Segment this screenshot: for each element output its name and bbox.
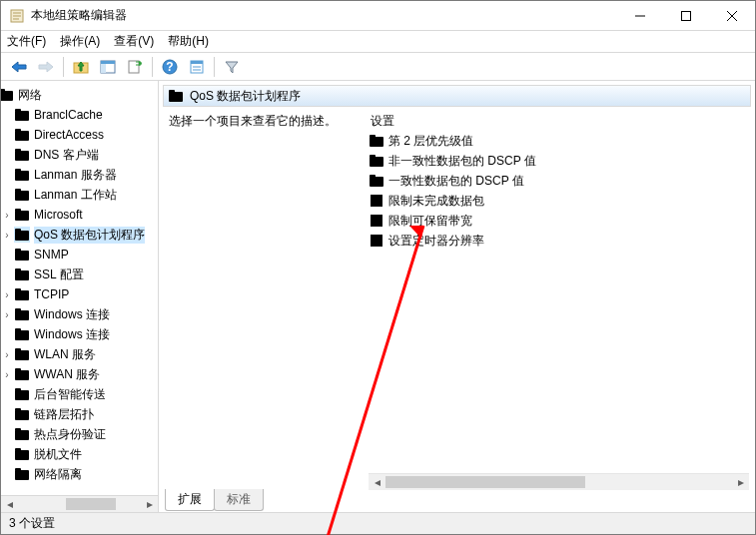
expand-icon[interactable] — [1, 407, 14, 421]
toolbar-separator — [152, 57, 153, 77]
scroll-right-button[interactable]: ▸ — [732, 474, 749, 491]
expand-icon[interactable] — [1, 108, 14, 122]
folder-icon — [14, 406, 30, 422]
scroll-right-button[interactable]: ▸ — [141, 496, 158, 513]
folder-icon — [14, 147, 30, 163]
tree-item[interactable]: ›WLAN 服务 — [1, 344, 158, 364]
content-header-text: QoS 数据包计划程序 — [190, 88, 301, 105]
toolbar-separator — [214, 57, 215, 77]
tree-item[interactable]: BranclCache — [1, 105, 158, 125]
tree-item[interactable]: 网络隔离 — [1, 464, 158, 484]
tree-item-network[interactable]: ⌄网络 — [1, 85, 158, 105]
expand-icon[interactable]: › — [1, 367, 14, 381]
folder-icon — [14, 306, 30, 322]
expand-icon[interactable]: › — [1, 228, 14, 242]
tree-item[interactable]: ›TCPIP — [1, 284, 158, 304]
folder-icon — [14, 187, 30, 203]
menu-action[interactable]: 操作(A) — [60, 33, 100, 50]
svg-rect-17 — [101, 64, 106, 73]
help-button[interactable]: ? — [158, 56, 182, 78]
expand-icon[interactable] — [1, 188, 14, 202]
expand-icon[interactable]: › — [1, 307, 14, 321]
tree-label: 网络隔离 — [34, 466, 82, 483]
tree-label: WWAN 服务 — [34, 366, 100, 383]
expand-icon[interactable] — [1, 168, 14, 182]
minimize-button[interactable] — [617, 1, 663, 30]
tree-item[interactable]: ›Windows 连接 — [1, 304, 158, 324]
tree-item[interactable]: DirectAccess — [1, 125, 158, 145]
list-item-label: 非一致性数据包的 DSCP 值 — [388, 153, 536, 170]
tree-label: Windows 连接 — [34, 326, 110, 343]
list-header-setting[interactable]: 设置 — [369, 113, 751, 131]
list-item-setting[interactable]: 限制可保留带宽 — [369, 211, 751, 231]
svg-rect-16 — [101, 61, 115, 64]
maximize-button[interactable] — [663, 1, 709, 30]
expand-icon[interactable] — [1, 327, 14, 341]
tree-item[interactable]: ›Microsoft — [1, 205, 158, 225]
tree-item[interactable]: DNS 客户端 — [1, 145, 158, 165]
tree-item[interactable]: 热点身份验证 — [1, 424, 158, 444]
scroll-left-button[interactable]: ◂ — [1, 496, 18, 513]
content-pane: QoS 数据包计划程序 选择一个项目来查看它的描述。 设置 第 2 层优先级值非… — [159, 81, 755, 512]
tree-item[interactable]: 脱机文件 — [1, 444, 158, 464]
list-item-setting[interactable]: 设置定时器分辨率 — [369, 231, 751, 251]
main-body: ⌄网络BranclCacheDirectAccessDNS 客户端Lanman … — [1, 81, 755, 512]
tree-item[interactable]: 链路层拓扑 — [1, 404, 158, 424]
toolbar-separator — [63, 57, 64, 77]
tree-item[interactable]: SNMP — [1, 245, 158, 265]
expand-icon[interactable] — [1, 447, 14, 461]
menu-help[interactable]: 帮助(H) — [168, 33, 209, 50]
expand-icon[interactable]: › — [1, 287, 14, 301]
tree-label: SNMP — [34, 248, 69, 262]
expand-icon[interactable] — [1, 387, 14, 401]
tree-h-scrollbar[interactable]: ◂ ▸ — [1, 495, 158, 512]
expand-icon[interactable] — [1, 427, 14, 441]
expand-icon[interactable] — [1, 248, 14, 262]
tree-item[interactable]: Lanman 服务器 — [1, 165, 158, 185]
tab-standard[interactable]: 标准 — [214, 489, 264, 511]
tree-item[interactable]: ›QoS 数据包计划程序 — [1, 225, 158, 245]
list-item-setting[interactable]: 限制未完成数据包 — [369, 191, 751, 211]
menu-view[interactable]: 查看(V) — [114, 33, 154, 50]
expand-icon[interactable] — [1, 467, 14, 481]
folder-icon — [14, 366, 30, 382]
list-item-label: 限制可保留带宽 — [388, 213, 472, 230]
setting-icon — [369, 213, 384, 229]
show-hide-tree-button[interactable] — [96, 56, 120, 78]
tree-item[interactable]: Lanman 工作站 — [1, 185, 158, 205]
list-h-scrollbar[interactable]: ◂ ▸ — [369, 473, 749, 490]
expand-icon[interactable]: › — [1, 347, 14, 361]
list-item-folder[interactable]: 一致性数据包的 DSCP 值 — [369, 171, 751, 191]
up-button[interactable] — [69, 56, 93, 78]
back-button[interactable] — [7, 56, 31, 78]
export-button[interactable] — [123, 56, 147, 78]
tree-item[interactable]: 后台智能传送 — [1, 384, 158, 404]
tree-item[interactable]: Windows 连接 — [1, 324, 158, 344]
tab-extended[interactable]: 扩展 — [165, 489, 215, 511]
scroll-left-button[interactable]: ◂ — [369, 474, 385, 491]
list-item-folder[interactable]: 第 2 层优先级值 — [369, 131, 751, 151]
properties-button[interactable] — [185, 56, 209, 78]
settings-list: 设置 第 2 层优先级值非一致性数据包的 DSCP 值一致性数据包的 DSCP … — [368, 113, 751, 490]
expand-icon[interactable] — [1, 128, 14, 142]
close-button[interactable] — [709, 1, 755, 30]
tree-item[interactable]: SSL 配置 — [1, 265, 158, 284]
svg-rect-18 — [129, 61, 139, 73]
folder-icon — [369, 173, 384, 189]
expand-icon[interactable] — [1, 148, 14, 162]
expand-icon[interactable] — [1, 268, 14, 281]
tree-label: 脱机文件 — [34, 446, 82, 463]
tree-item[interactable]: ›WWAN 服务 — [1, 364, 158, 384]
tree-label: QoS 数据包计划程序 — [34, 227, 145, 244]
scroll-thumb[interactable] — [66, 498, 116, 510]
tree-label: 后台智能传送 — [34, 386, 106, 403]
folder-icon — [14, 167, 30, 183]
filter-button[interactable] — [220, 56, 244, 78]
list-item-label: 设置定时器分辨率 — [388, 233, 484, 250]
menu-file[interactable]: 文件(F) — [7, 33, 46, 50]
expand-icon[interactable]: › — [1, 208, 14, 222]
forward-button[interactable] — [34, 56, 58, 78]
scroll-thumb[interactable] — [385, 476, 585, 488]
list-item-folder[interactable]: 非一致性数据包的 DSCP 值 — [369, 151, 751, 171]
folder-icon — [14, 247, 30, 263]
